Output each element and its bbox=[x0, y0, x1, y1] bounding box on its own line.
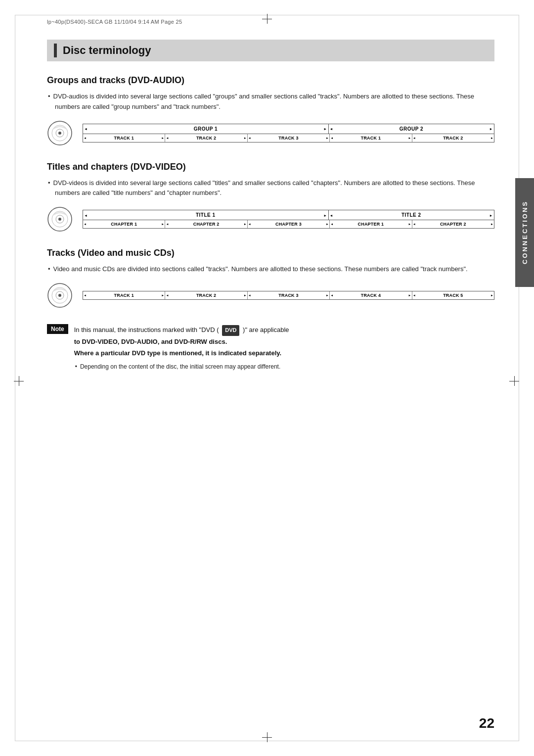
cd-track-5: ◄ TRACK 5 ► bbox=[412, 291, 494, 299]
title1-label: ◄ TITLE 1 ► bbox=[83, 210, 329, 220]
ch-t1-3: ◄ CHAPTER 3 ► bbox=[248, 220, 330, 228]
ch-t2-1: ◄ CHAPTER 1 ► bbox=[330, 220, 412, 228]
group2-arrow-left: ◄ bbox=[330, 127, 333, 131]
disc-icon-titles bbox=[47, 206, 73, 232]
cross-middle-left bbox=[14, 376, 24, 386]
subsection-heading-tracks: Tracks (Video and music CDs) bbox=[47, 248, 494, 258]
note-label: Note bbox=[47, 324, 68, 334]
group1-arrow-right: ► bbox=[323, 127, 327, 131]
side-tab-label: CONNECTIONS bbox=[521, 200, 529, 264]
group2-label: ◄ GROUP 2 ► bbox=[329, 124, 494, 134]
ch-t2-2: ◄ CHAPTER 2 ► bbox=[412, 220, 494, 228]
disc-icon-groups bbox=[47, 120, 73, 146]
section-title-bar: Disc terminology bbox=[47, 40, 494, 61]
subsection-heading-groups: Groups and tracks (DVD-AUDIO) bbox=[47, 75, 494, 86]
note-content: In this manual, the instructions marked … bbox=[74, 324, 289, 370]
body-text-groups: DVD-audios is divided into several large… bbox=[47, 92, 494, 112]
chapters-row: ◄ CHAPTER 1 ► ◄ CHAPTER 2 ► ◄ CHAPTER 3 … bbox=[83, 220, 494, 228]
tracks-diagram-wrap: ◄ TRACK 1 ► ◄ TRACK 2 ► ◄ TRACK 3 ► ◄ TR… bbox=[47, 283, 494, 308]
ch-t1-1: ◄ CHAPTER 1 ► bbox=[83, 220, 165, 228]
cross-middle-right bbox=[509, 376, 519, 386]
cd-tracks-row: ◄ TRACK 1 ► ◄ TRACK 2 ► ◄ TRACK 3 ► ◄ TR… bbox=[83, 291, 494, 299]
cd-track-4: ◄ TRACK 4 ► bbox=[330, 291, 412, 299]
groups-track-row: ◄ TRACK 1 ► ◄ TRACK 2 ► ◄ TRACK 3 ► ◄ TR… bbox=[83, 134, 494, 142]
header-meta: lp~40p(DS400)-SECA GB 11/10/04 9:14 AM P… bbox=[47, 19, 182, 25]
cd-track-1: ◄ TRACK 1 ► bbox=[83, 291, 165, 299]
svg-point-3 bbox=[58, 132, 61, 135]
page-number: 22 bbox=[479, 715, 494, 731]
subsection-heading-titles: Titles and chapters (DVD-VIDEO) bbox=[47, 162, 494, 172]
note-main-text: In this manual, the instructions marked … bbox=[74, 324, 289, 359]
ch-t1-2: ◄ CHAPTER 2 ► bbox=[165, 220, 247, 228]
disc-icon-tracks bbox=[47, 283, 73, 308]
title-accent bbox=[54, 44, 57, 57]
group1-label: ◄ GROUP 1 ► bbox=[83, 124, 329, 134]
main-content: Disc terminology Groups and tracks (DVD-… bbox=[47, 40, 494, 378]
track-g2-1: ◄ TRACK 1 ► bbox=[330, 134, 412, 142]
tracks-diagram-box: ◄ TRACK 1 ► ◄ TRACK 2 ► ◄ TRACK 3 ► ◄ TR… bbox=[83, 291, 494, 300]
titles-span-row: ◄ TITLE 1 ► ◄ TITLE 2 ► bbox=[83, 210, 494, 220]
track-g1-3: ◄ TRACK 3 ► bbox=[248, 134, 330, 142]
groups-diagram-box: ◄ GROUP 1 ► ◄ GROUP 2 ► ◄ TRACK 1 ► bbox=[83, 124, 494, 142]
note-sub-text: Depending on the content of the disc, th… bbox=[74, 363, 289, 370]
cross-bottom-center bbox=[262, 732, 272, 742]
titles-diagram-box: ◄ TITLE 1 ► ◄ TITLE 2 ► ◄ CHAPTER 1 ► bbox=[83, 210, 494, 229]
dvd-badge: DVD bbox=[222, 325, 239, 336]
note-box: Note In this manual, the instructions ma… bbox=[47, 324, 494, 370]
cd-track-3: ◄ TRACK 3 ► bbox=[248, 291, 330, 299]
cd-track-2: ◄ TRACK 2 ► bbox=[165, 291, 247, 299]
groups-span-row: ◄ GROUP 1 ► ◄ GROUP 2 ► bbox=[83, 124, 494, 134]
group1-arrow-left: ◄ bbox=[84, 127, 88, 131]
svg-point-7 bbox=[58, 218, 61, 221]
groups-diagram-wrap: ◄ GROUP 1 ► ◄ GROUP 2 ► ◄ TRACK 1 ► bbox=[47, 120, 494, 146]
cross-top-center bbox=[262, 14, 272, 24]
section-title: Disc terminology bbox=[63, 44, 151, 57]
track-g1-1: ◄ TRACK 1 ► bbox=[83, 134, 165, 142]
title2-label: ◄ TITLE 2 ► bbox=[329, 210, 494, 220]
connections-tab: CONNECTIONS bbox=[515, 178, 534, 287]
body-text-tracks: Video and music CDs are divided into sec… bbox=[47, 264, 494, 275]
titles-diagram-wrap: ◄ TITLE 1 ► ◄ TITLE 2 ► ◄ CHAPTER 1 ► bbox=[47, 206, 494, 232]
track-g1-2: ◄ TRACK 2 ► bbox=[165, 134, 247, 142]
svg-point-11 bbox=[58, 294, 61, 297]
group2-arrow-right: ► bbox=[490, 127, 493, 131]
track-g2-2: ◄ TRACK 2 ► bbox=[412, 134, 494, 142]
body-text-titles: DVD-videos is divided into several large… bbox=[47, 178, 494, 199]
